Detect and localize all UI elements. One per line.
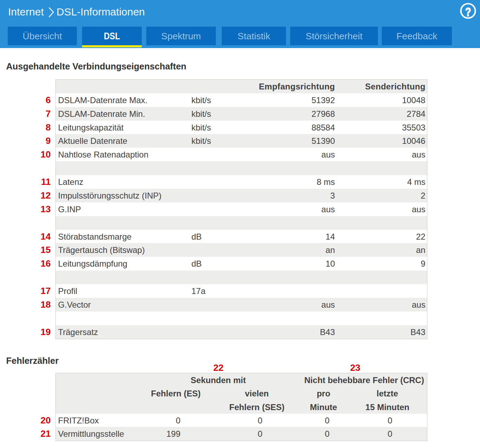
svg-text:?: ?: [465, 5, 471, 19]
